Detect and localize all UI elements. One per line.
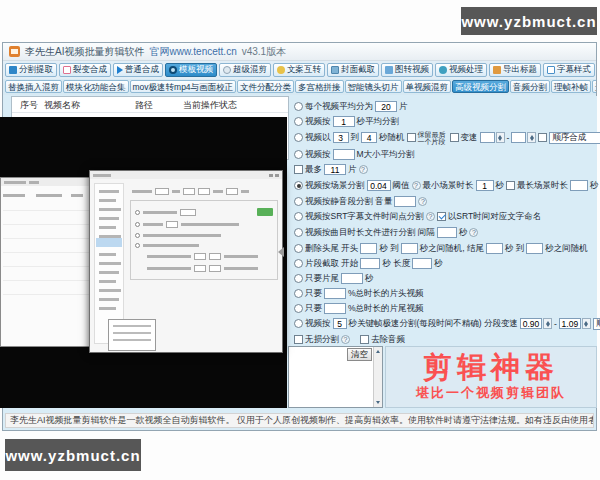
close-icon[interactable]: [275, 174, 279, 177]
head-from-input[interactable]: [360, 243, 377, 254]
max-pieces-input[interactable]: [324, 164, 346, 175]
tail-seconds-input[interactable]: [341, 273, 363, 284]
radio[interactable]: [294, 212, 303, 221]
start-input[interactable]: [360, 258, 380, 269]
toolbar-super-mix[interactable]: 超级混剪: [219, 63, 271, 77]
percent-tail-input[interactable]: [324, 303, 346, 314]
tab-smart-shot-slice[interactable]: 智能镜头切片: [345, 80, 402, 93]
spinner[interactable]: [582, 318, 591, 329]
mini-input[interactable]: [209, 265, 221, 272]
radio-selected[interactable]: [294, 181, 303, 190]
mini-input[interactable]: [180, 209, 196, 216]
toolbar-video-process[interactable]: 视频处理: [435, 63, 487, 77]
keyframe-sec-input[interactable]: [333, 318, 347, 329]
toolbar-normal-compose[interactable]: 普通合成: [113, 63, 163, 77]
speed-min-input[interactable]: [480, 132, 495, 143]
spin-down-icon[interactable]: [584, 324, 588, 327]
scrollbar[interactable]: [373, 347, 382, 407]
mini-input[interactable]: [226, 188, 238, 195]
spinner[interactable]: [527, 132, 536, 143]
spin-down-icon[interactable]: [546, 324, 550, 327]
radio[interactable]: [294, 228, 303, 237]
toolbar-template-video[interactable]: 模板视频: [165, 63, 217, 77]
min-scene-input[interactable]: [476, 180, 494, 191]
radio[interactable]: [294, 117, 303, 126]
inner-green-button[interactable]: [257, 208, 273, 216]
max-scene-input[interactable]: [570, 180, 588, 191]
toolbar-export-title[interactable]: 导出标题: [489, 63, 541, 77]
tail-to-input[interactable]: [526, 243, 543, 254]
radio[interactable]: [294, 274, 303, 283]
max-sec-input[interactable]: [361, 132, 377, 143]
toolbar-split-extract[interactable]: 分割提取: [5, 63, 57, 77]
toolbar-cover-capture[interactable]: 封面截取: [327, 63, 379, 77]
toolbar-copy-convert[interactable]: 文案互转: [273, 63, 325, 77]
max-scene-checkbox[interactable]: [506, 181, 515, 190]
mini-input[interactable]: [194, 253, 206, 260]
radio[interactable]: [294, 319, 303, 328]
tab-frame-interpolation[interactable]: 理帧补帧: [551, 80, 591, 93]
mini-input[interactable]: [198, 188, 210, 195]
seconds-input[interactable]: [333, 116, 355, 127]
spinner[interactable]: [496, 132, 505, 143]
radio[interactable]: [135, 210, 140, 215]
clear-button[interactable]: 清空: [347, 348, 372, 361]
spin-down-icon[interactable]: [498, 138, 502, 141]
spinner[interactable]: [543, 318, 552, 329]
radio[interactable]: [135, 233, 140, 238]
spin-down-icon[interactable]: [530, 138, 534, 141]
size-input[interactable]: [333, 149, 355, 160]
tab-mov-to-mp4[interactable]: mov极速转mp4与画面校正: [130, 80, 237, 93]
radio[interactable]: [294, 259, 303, 268]
remove-audio-checkbox[interactable]: [360, 335, 369, 344]
radio[interactable]: [294, 102, 303, 111]
radio[interactable]: [294, 150, 303, 159]
combine-mode-dropdown[interactable]: 顺序合成: [549, 132, 600, 144]
length-input[interactable]: [412, 258, 432, 269]
mini-input[interactable]: [183, 188, 195, 195]
tab-grid-splice[interactable]: 多宫格拼接: [295, 80, 344, 93]
tab-audio-split[interactable]: 音频分割: [510, 80, 550, 93]
pieces-input[interactable]: [375, 101, 397, 112]
tab-lossless-convert[interactable]: 无损转换: [592, 80, 596, 93]
log-list[interactable]: 清空: [288, 346, 383, 408]
percent-head-input[interactable]: [324, 288, 346, 299]
tail-from-input[interactable]: [486, 243, 503, 254]
scene-threshold-input[interactable]: [367, 180, 391, 191]
toolbar-fission-compose[interactable]: 裂变合成: [59, 63, 111, 77]
speed-max-input[interactable]: [559, 318, 581, 329]
max-pieces-checkbox[interactable]: [294, 165, 303, 174]
tab-file-classify[interactable]: 文件分配分类: [237, 80, 294, 93]
radio[interactable]: [294, 197, 303, 206]
combine-mode-dropdown[interactable]: 顺序合成: [593, 318, 600, 330]
speed-checkbox[interactable]: [450, 133, 459, 142]
lossless-checkbox[interactable]: [294, 335, 303, 344]
tab-advanced-video-split[interactable]: 高级视频分割: [452, 80, 509, 93]
mini-input[interactable]: [194, 265, 206, 272]
scroll-up-icon[interactable]: [376, 350, 380, 353]
mini-input[interactable]: [155, 188, 169, 195]
toolbar-image-to-video[interactable]: 图转视频: [381, 63, 433, 77]
radio[interactable]: [294, 244, 303, 253]
head-to-input[interactable]: [401, 243, 418, 254]
minimize-icon[interactable]: [269, 174, 273, 177]
speed-min-input[interactable]: [520, 318, 542, 329]
radio[interactable]: [135, 222, 140, 227]
radio[interactable]: [294, 304, 303, 313]
interval-input[interactable]: [437, 227, 457, 238]
volume-input[interactable]: [394, 196, 416, 207]
chevron-left-icon[interactable]: [278, 247, 284, 257]
radio[interactable]: [135, 243, 140, 248]
tab-replace-insert-mix[interactable]: 替换插入混剪: [5, 80, 62, 93]
mini-input[interactable]: [166, 221, 178, 228]
inner-sidebar-selected-item[interactable]: [96, 238, 122, 247]
toolbar-subtitle-style[interactable]: 字幕样式: [543, 63, 595, 77]
min-sec-input[interactable]: [333, 132, 349, 143]
radio[interactable]: [294, 289, 303, 298]
srt-name-checkbox-checked[interactable]: [437, 212, 446, 221]
tab-module-collection[interactable]: 模块化功能合集: [63, 80, 129, 93]
scroll-down-icon[interactable]: [376, 401, 380, 404]
tab-single-video-mix[interactable]: 单视频混剪: [403, 80, 452, 93]
radio[interactable]: [294, 133, 303, 142]
keep-last-checkbox[interactable]: [407, 133, 416, 142]
